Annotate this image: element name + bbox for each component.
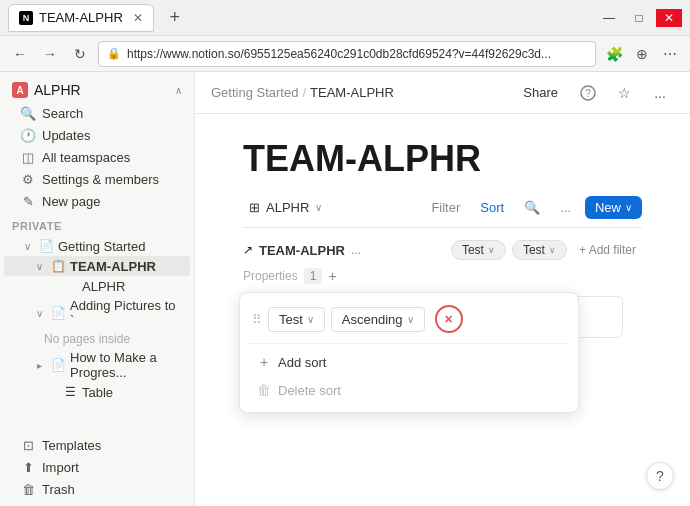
properties-label: Properties bbox=[243, 269, 298, 283]
properties-bar: Properties 1 + bbox=[243, 268, 642, 284]
test-pill[interactable]: Test ∨ bbox=[512, 240, 567, 260]
sidebar-item-import[interactable]: ⬆ Import bbox=[4, 456, 190, 478]
delete-sort-label: Delete sort bbox=[278, 383, 341, 398]
question-circle-icon: ? bbox=[580, 85, 596, 101]
templates-label: Templates bbox=[42, 438, 101, 453]
gear-icon: ⚙ bbox=[20, 171, 36, 187]
filter-button[interactable]: Filter bbox=[425, 197, 466, 218]
search-icon: 🔍 bbox=[20, 105, 36, 121]
sidebar-item-templates[interactable]: ⊡ Templates bbox=[4, 434, 190, 456]
sidebar-item-table[interactable]: ▸ ☰ Table bbox=[4, 382, 190, 402]
sort-button[interactable]: Sort bbox=[474, 197, 510, 218]
main-layout: A ALPHR ∧ 🔍 Search 🕐 Updates ◫ All teams… bbox=[0, 72, 690, 506]
sort-divider bbox=[248, 343, 570, 344]
add-sort-action[interactable]: + Add sort bbox=[248, 348, 570, 376]
database-icon-btn[interactable]: ⊞ ALPHR ∨ bbox=[243, 197, 328, 218]
view-title: TEAM-ALPHR bbox=[259, 243, 345, 258]
team-alphr-label: TEAM-ALPHR bbox=[70, 259, 156, 274]
sort-remove-icon: × bbox=[444, 312, 452, 326]
page-icon-how-to: 📄 bbox=[50, 357, 66, 373]
properties-add-icon[interactable]: + bbox=[328, 268, 336, 284]
sort-direction-label: Ascending bbox=[342, 312, 403, 327]
search-label: Search bbox=[42, 106, 83, 121]
tree-toggle-how-to[interactable]: ▸ bbox=[32, 358, 46, 372]
workspace-icon: A bbox=[12, 82, 28, 98]
back-button[interactable]: ← bbox=[8, 42, 32, 66]
browser-action-extensions[interactable]: 🧩 bbox=[602, 42, 626, 66]
alphr-label: ALPHR bbox=[82, 279, 125, 294]
tree-toggle-adding-pictures[interactable]: ∨ bbox=[32, 306, 46, 320]
sidebar-item-teamspaces[interactable]: ◫ All teamspaces bbox=[4, 146, 190, 168]
help-icon-button[interactable]: ? bbox=[574, 79, 602, 107]
filter-pill-test[interactable]: Test ∨ bbox=[451, 240, 506, 260]
plus-icon: ✎ bbox=[20, 193, 36, 209]
star-icon-button[interactable]: ☆ bbox=[610, 79, 638, 107]
new-caret: ∨ bbox=[625, 202, 632, 213]
view-arrow-icon: ↗ bbox=[243, 243, 253, 257]
teamspaces-icon: ◫ bbox=[20, 149, 36, 165]
sidebar-item-newpage[interactable]: ✎ New page bbox=[4, 190, 190, 212]
more-view-options-button[interactable]: ... bbox=[554, 197, 577, 218]
more-options-button[interactable]: ... bbox=[646, 79, 674, 107]
lock-icon: 🔒 bbox=[107, 47, 121, 60]
newpage-label: New page bbox=[42, 194, 101, 209]
how-to-label: How to Make a Progres... bbox=[70, 350, 178, 380]
test-pill-label: Test bbox=[523, 243, 545, 257]
getting-started-label: Getting Started bbox=[58, 239, 145, 254]
sort-remove-button[interactable]: × bbox=[435, 305, 463, 333]
sidebar-item-how-to[interactable]: ▸ 📄 How to Make a Progres... bbox=[4, 348, 190, 382]
sidebar-item-team-alphr[interactable]: ∨ 📋 TEAM-ALPHR bbox=[4, 256, 190, 276]
no-pages-label: No pages inside bbox=[44, 332, 130, 346]
sidebar-item-search[interactable]: 🔍 Search bbox=[4, 102, 190, 124]
browser-action-profile[interactable]: ⊕ bbox=[630, 42, 654, 66]
maximize-button[interactable]: □ bbox=[626, 9, 652, 27]
address-actions: 🧩 ⊕ ⋯ bbox=[602, 42, 682, 66]
forward-button[interactable]: → bbox=[38, 42, 62, 66]
trash-label: Trash bbox=[42, 482, 75, 497]
breadcrumb: Getting Started / TEAM-ALPHR bbox=[211, 85, 509, 100]
view-more-icon[interactable]: ... bbox=[351, 243, 361, 257]
minimize-button[interactable]: — bbox=[596, 9, 622, 27]
sort-field-button[interactable]: Test ∨ bbox=[268, 307, 325, 332]
database-icon: 📋 bbox=[50, 258, 66, 274]
tree-toggle-team-alphr[interactable]: ∨ bbox=[32, 259, 46, 273]
sidebar-item-settings[interactable]: ⚙ Settings & members bbox=[4, 168, 190, 190]
close-button[interactable]: ✕ bbox=[656, 9, 682, 27]
view-bar: ↗ TEAM-ALPHR ... Test ∨ Test ∨ + Add fil… bbox=[243, 240, 642, 260]
content-area: Getting Started / TEAM-ALPHR Share ? ☆ .… bbox=[195, 72, 690, 506]
url-bar[interactable]: 🔒 https://www.notion.so/6955125ea56240c2… bbox=[98, 41, 596, 67]
sidebar-item-trash[interactable]: 🗑 Trash bbox=[4, 478, 190, 500]
page-content: TEAM-ALPHR ⊞ ALPHR ∨ Filter Sort 🔍 ... N… bbox=[195, 114, 690, 506]
add-filter-label: + Add filter bbox=[579, 243, 636, 257]
tree-toggle-getting-started[interactable]: ∨ bbox=[20, 239, 34, 253]
import-label: Import bbox=[42, 460, 79, 475]
tab-close-button[interactable]: ✕ bbox=[133, 11, 143, 25]
sort-direction-button[interactable]: Ascending ∨ bbox=[331, 307, 425, 332]
sidebar-item-updates[interactable]: 🕐 Updates bbox=[4, 124, 190, 146]
tab-label: TEAM-ALPHR bbox=[39, 10, 123, 25]
browser-action-more[interactable]: ⋯ bbox=[658, 42, 682, 66]
sort-dropdown: ⠿ Test ∨ Ascending ∨ × + bbox=[239, 292, 579, 413]
refresh-button[interactable]: ↻ bbox=[68, 42, 92, 66]
search-button[interactable]: 🔍 bbox=[518, 197, 546, 218]
breadcrumb-parent[interactable]: Getting Started bbox=[211, 85, 298, 100]
help-button[interactable]: ? bbox=[646, 462, 674, 490]
sidebar-item-adding-pictures[interactable]: ∨ 📄 Adding Pictures to ` bbox=[4, 296, 190, 330]
add-filter-button[interactable]: + Add filter bbox=[573, 241, 642, 259]
drag-handle-icon[interactable]: ⠿ bbox=[252, 312, 262, 327]
url-text: https://www.notion.so/6955125ea56240c291… bbox=[127, 47, 587, 61]
new-record-button[interactable]: New ∨ bbox=[585, 196, 642, 219]
trash-icon: 🗑 bbox=[20, 481, 36, 497]
notion-topbar: Getting Started / TEAM-ALPHR Share ? ☆ .… bbox=[195, 72, 690, 114]
settings-label: Settings & members bbox=[42, 172, 159, 187]
workspace-header[interactable]: A ALPHR ∧ bbox=[0, 78, 194, 102]
sidebar-item-getting-started[interactable]: ∨ 📄 Getting Started bbox=[4, 236, 190, 256]
share-button[interactable]: Share bbox=[515, 81, 566, 104]
delete-sort-action[interactable]: 🗑 Delete sort bbox=[248, 376, 570, 404]
db-caret-icon: ∨ bbox=[315, 202, 322, 213]
add-sort-icon: + bbox=[256, 354, 272, 370]
new-tab-button[interactable]: + bbox=[162, 5, 188, 31]
browser-tab[interactable]: N TEAM-ALPHR ✕ bbox=[8, 4, 154, 32]
table-icon: ☰ bbox=[62, 384, 78, 400]
sidebar-item-alphr[interactable]: ▸ ALPHR bbox=[4, 276, 190, 296]
